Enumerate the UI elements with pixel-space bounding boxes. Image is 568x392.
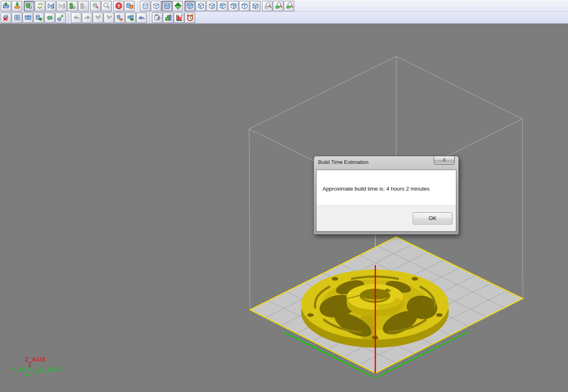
select-group-button[interactable] xyxy=(67,1,78,11)
ok-button[interactable]: OK xyxy=(413,212,452,224)
flip-left-button[interactable] xyxy=(93,12,103,23)
solid-cylinder-icon xyxy=(163,2,171,10)
fold-left-gray-icon xyxy=(94,14,102,21)
select-part-icon xyxy=(25,2,33,10)
mirror-part-alt-button[interactable] xyxy=(56,1,67,11)
pack-report-button[interactable] xyxy=(163,12,173,23)
toolbar-row-2: z+ xyxy=(0,12,568,23)
view-front-icon xyxy=(197,2,205,10)
part-properties-button[interactable] xyxy=(124,1,135,11)
mirror-disabled-icon xyxy=(58,2,66,10)
report-icon xyxy=(164,14,172,21)
view-bottom-button[interactable] xyxy=(250,1,260,11)
part-props-icon xyxy=(126,2,133,10)
multi-select-icon xyxy=(69,2,77,10)
move-part-icon xyxy=(35,14,43,21)
zoom-in-button[interactable] xyxy=(90,1,101,11)
view-left-icon xyxy=(219,2,227,10)
display-shaded-button[interactable] xyxy=(162,1,172,11)
toolbar-separator xyxy=(137,1,138,11)
process-run-button[interactable] xyxy=(125,12,136,23)
wire-cylinder-icon xyxy=(141,2,149,10)
view-back-button[interactable] xyxy=(206,1,217,11)
help-button[interactable]: ? xyxy=(113,1,124,11)
delete-part-icon xyxy=(2,14,10,21)
dialog-title[interactable]: Build Time Estimation xyxy=(318,159,368,165)
open-part-button[interactable] xyxy=(1,1,11,11)
view-left-button[interactable] xyxy=(217,1,228,11)
view-right-button[interactable] xyxy=(228,1,239,11)
fit-view-icon xyxy=(174,2,182,10)
scale-part-button[interactable] xyxy=(55,12,66,23)
delete-part-button[interactable] xyxy=(1,12,11,23)
scale-part-icon xyxy=(57,14,64,21)
orient-back-button[interactable] xyxy=(71,12,81,23)
toolbar-row-1: ? xyxy=(0,0,568,12)
z-layers-icon: z+ xyxy=(175,14,183,21)
zoom-sel-gray-icon xyxy=(264,2,271,10)
cycle-orange-icon xyxy=(116,14,124,21)
select-group-alt-button[interactable] xyxy=(78,1,89,11)
view-isometric-button[interactable] xyxy=(185,1,195,11)
clipboard-copy-icon xyxy=(154,14,161,21)
rotate-view-button[interactable] xyxy=(35,1,45,11)
pack-parts-icon xyxy=(13,14,21,21)
help-icon: ? xyxy=(115,2,123,10)
build-time-icon xyxy=(186,14,194,21)
open-folder-icon xyxy=(2,2,10,10)
copy-part-icon xyxy=(24,14,32,21)
copy-part-button[interactable] xyxy=(23,12,33,23)
z-axis-label: Z_AXIS xyxy=(25,356,46,363)
x-axis-label: X_AXIS xyxy=(40,366,61,373)
svg-text:z+: z+ xyxy=(181,14,183,16)
insert-part-button[interactable] xyxy=(12,1,22,11)
rotate-part-icon xyxy=(46,14,54,21)
view-top-icon xyxy=(241,2,248,10)
build-time-dialog: Build Time Estimation X Approximate buil… xyxy=(314,156,459,234)
view-right-icon xyxy=(230,2,237,10)
pack-parts-button[interactable] xyxy=(12,12,22,23)
rotate-view-icon xyxy=(36,2,44,10)
build-time-estimate-button[interactable] xyxy=(185,12,195,23)
zoom-sel-green-icon xyxy=(285,2,293,10)
dialog-body: Approximate build time is: 4 hours 2 min… xyxy=(316,170,456,232)
layer-report-button[interactable]: z+ xyxy=(174,12,184,23)
zoom-gray-icon xyxy=(103,2,110,10)
dialog-close-button[interactable]: X xyxy=(434,156,455,165)
dialog-footer: OK xyxy=(316,205,456,231)
undo-gray-icon xyxy=(73,14,80,21)
process-queue-button[interactable] xyxy=(114,12,125,23)
svg-text:?: ? xyxy=(117,3,120,8)
view-bottom-icon xyxy=(252,2,259,10)
zoom-in-icon xyxy=(92,2,100,10)
mirror-part-button[interactable] xyxy=(46,1,56,11)
undo-button[interactable] xyxy=(136,12,147,23)
viewport-canvas[interactable] xyxy=(0,0,568,392)
copy-to-clipboard-button[interactable] xyxy=(152,12,162,23)
fit-view-button[interactable] xyxy=(173,1,183,11)
display-wireframe-button[interactable] xyxy=(140,1,150,11)
zoom-window-button[interactable] xyxy=(101,1,112,11)
y-axis-label: Y_AXIS xyxy=(12,366,33,373)
cycle-green-icon xyxy=(127,14,135,21)
view-iso-icon xyxy=(186,2,194,10)
display-hidden-line-button[interactable] xyxy=(151,1,161,11)
flip-right-button[interactable] xyxy=(104,12,114,23)
zoom-selection-button[interactable] xyxy=(262,1,273,11)
view-front-button[interactable] xyxy=(196,1,206,11)
fold-right-gray-icon xyxy=(105,14,113,21)
view-top-button[interactable] xyxy=(239,1,250,11)
import-part-icon xyxy=(13,2,21,10)
zoom-part-alt-button[interactable] xyxy=(284,1,294,11)
move-part-button[interactable] xyxy=(33,12,44,23)
wire-cube-icon xyxy=(152,2,160,10)
rotate-part-button[interactable] xyxy=(44,12,55,23)
toolbar-separator xyxy=(69,12,69,23)
zoom-sel-green-icon xyxy=(275,2,282,10)
dialog-message: Approximate build time is: 4 hours 2 min… xyxy=(322,186,430,192)
multi-select-disabled-icon xyxy=(80,2,87,10)
toolbar-separator xyxy=(150,12,150,23)
select-part-button[interactable] xyxy=(24,1,34,11)
orient-forward-button[interactable] xyxy=(82,12,92,23)
zoom-part-button[interactable] xyxy=(273,1,283,11)
